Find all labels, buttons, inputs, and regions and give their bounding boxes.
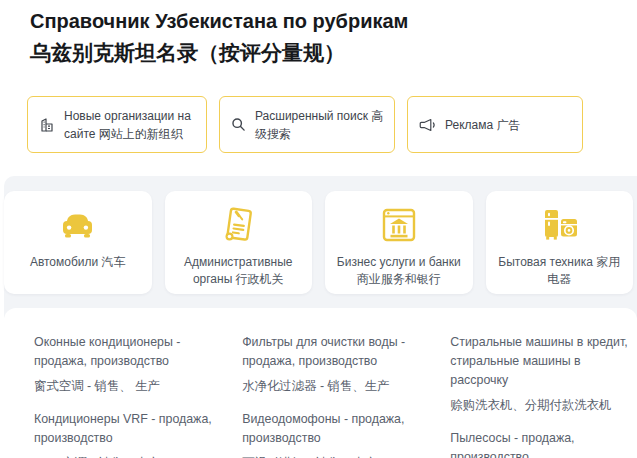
advertising-label-ru: Реклама	[445, 118, 493, 132]
new-organizations-label-zh: 网站上的新组织	[99, 127, 183, 141]
content-band: Автомобили 汽车	[4, 176, 637, 458]
category-label: Бизнес услуги и банки 商业服务和银行	[325, 254, 473, 288]
page-header: Справочник Узбекистана по рубрикам 乌兹别克斯…	[0, 0, 637, 66]
rubric-link-zh: 可视对讲机 - 销售、生产	[242, 454, 435, 458]
category-label: Автомобили 汽车	[21, 254, 135, 271]
directory-page: Справочник Узбекистана по рубрикам 乌兹别克斯…	[0, 0, 637, 458]
rubric-links-column-1: Оконные кондиционеры - продажа, производ…	[34, 333, 227, 452]
rubric-link-zh: 赊购洗衣机、分期付款洗衣机	[450, 396, 629, 415]
rubric-link-zh: 窗式空调 - 销售、 生产	[34, 377, 227, 396]
advertising-label: Реклама 广告	[445, 116, 520, 134]
appliances-icon	[539, 204, 579, 246]
category-card-automobiles[interactable]: Автомобили 汽车	[4, 191, 152, 294]
category-card-administrative-organs[interactable]: Административные органы 行政机关	[165, 191, 313, 294]
rubric-link-ru: Фильтры для очистки воды - продажа, прои…	[242, 333, 435, 371]
rubric-link-ru: Стиральные машины в кредит, стиральные м…	[450, 333, 629, 390]
category-label-zh: 汽车	[102, 255, 126, 269]
rubric-link-video-intercoms[interactable]: Видеодомофоны - продажа, производство 可视…	[242, 410, 435, 458]
megaphone-icon	[419, 118, 436, 132]
quick-links-row: Новые организации на сайте 网站上的新组织 Расши…	[27, 96, 637, 153]
advertising-label-zh: 广告	[496, 118, 520, 132]
category-label-zh: 商业服务和银行	[357, 272, 441, 286]
page-title-translation: 乌兹别克斯坦名录（按评分量规）	[30, 39, 617, 66]
certificate-icon	[218, 204, 258, 246]
rubric-link-zh: VRF 空调 - 销售、生产	[34, 454, 227, 458]
rubric-link-water-filters[interactable]: Фильтры для очистки воды - продажа, прои…	[242, 333, 435, 396]
category-cards-row: Автомобили 汽车	[4, 176, 637, 294]
category-label: Административные органы 行政机关	[165, 254, 313, 288]
category-label: Бытовая техника 家用电器	[486, 254, 634, 288]
category-card-household-appliances[interactable]: Бытовая техника 家用电器	[486, 191, 634, 294]
rubric-links-column-3: Стиральные машины в кредит, стиральные м…	[450, 333, 629, 452]
new-organizations-icon	[39, 117, 55, 133]
search-icon	[231, 117, 246, 132]
category-card-business-and-banks[interactable]: Бизнес услуги и банки 商业服务和银行	[325, 191, 473, 294]
rubric-links-column-2: Фильтры для очистки воды - продажа, прои…	[242, 333, 435, 452]
rubric-links-panel: Оконные кондиционеры - продажа, производ…	[4, 308, 637, 458]
category-label-ru: Бытовая техника	[498, 255, 593, 269]
new-organizations-label: Новые организации на сайте 网站上的新组织	[64, 107, 196, 143]
car-icon	[59, 204, 96, 246]
category-label-ru: Бизнес услуги и банки	[337, 255, 461, 269]
advanced-search-label-ru: Расширенный поиск	[255, 109, 368, 123]
category-label-ru: Автомобили	[30, 255, 98, 269]
rubric-link-ru: Видеодомофоны - продажа, производство	[242, 410, 435, 448]
rubric-link-vrf-air-conditioners[interactable]: Кондиционеры VRF - продажа, производство…	[34, 410, 227, 458]
rubric-link-ru: Пылесосы - продажа, производство	[450, 429, 629, 458]
rubric-link-ru: Кондиционеры VRF - продажа, производство	[34, 410, 227, 448]
rubric-link-ru: Оконные кондиционеры - продажа, производ…	[34, 333, 227, 371]
page-title: Справочник Узбекистана по рубрикам	[30, 8, 617, 34]
advertising-button[interactable]: Реклама 广告	[407, 96, 583, 153]
advanced-search-label: Расширенный поиск 高级搜索	[255, 107, 384, 143]
rubric-link-window-air-conditioners[interactable]: Оконные кондиционеры - продажа, производ…	[34, 333, 227, 396]
rubric-link-zh: 水净化过滤器 - 销售、生产	[242, 377, 435, 396]
category-label-zh: 行政机关	[236, 272, 284, 286]
rubric-link-washing-machines-credit[interactable]: Стиральные машины в кредит, стиральные м…	[450, 333, 629, 415]
rubric-link-vacuum-cleaners[interactable]: Пылесосы - продажа, производство 真空吸尘器 -…	[450, 429, 629, 458]
bank-icon	[379, 204, 419, 246]
advanced-search-button[interactable]: Расширенный поиск 高级搜索	[219, 96, 395, 153]
new-organizations-button[interactable]: Новые организации на сайте 网站上的新组织	[27, 96, 207, 153]
